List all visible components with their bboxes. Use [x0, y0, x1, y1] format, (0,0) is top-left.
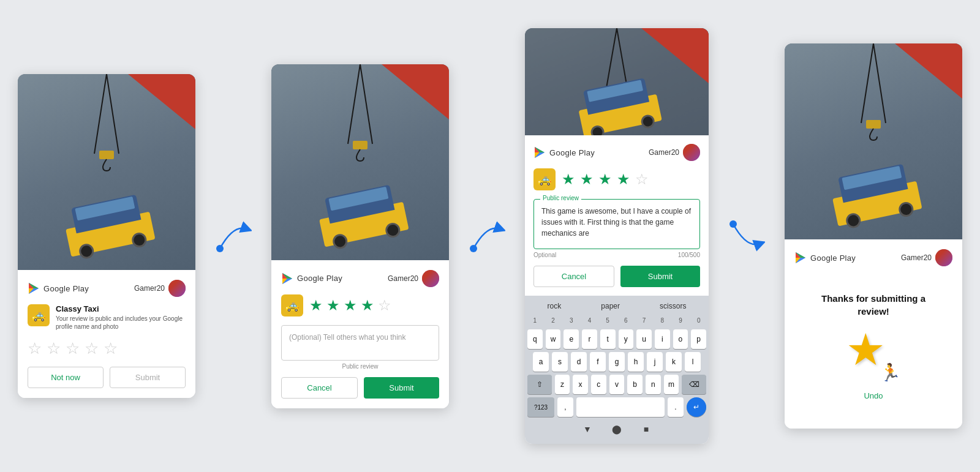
public-review-label-2: Public review — [281, 363, 439, 370]
star-1-2[interactable]: ☆ — [47, 339, 61, 358]
avatar-1 — [168, 280, 186, 297]
nav-home[interactable]: ⬤ — [605, 421, 629, 438]
crane-svg-2 — [330, 64, 391, 174]
num-7[interactable]: 7 — [636, 314, 652, 326]
review-hint-3: Optional 100/500 — [533, 252, 700, 258]
keyboard-nav-row: ▼ ⬤ ■ — [527, 421, 706, 438]
key-o[interactable]: o — [673, 329, 688, 349]
review-input-2[interactable]: (Optional) Tell others what you think — [281, 325, 439, 361]
key-e[interactable]: e — [564, 329, 579, 349]
key-j[interactable]: j — [647, 352, 663, 372]
key-m[interactable]: m — [664, 375, 679, 394]
suggestion-1[interactable]: rock — [548, 302, 562, 310]
suggestion-3[interactable]: scissors — [660, 302, 686, 310]
nav-back[interactable]: ▼ — [575, 421, 600, 438]
app-icon-2: 🚕 — [281, 294, 303, 317]
key-n[interactable]: n — [646, 375, 661, 394]
taxi-1 — [61, 191, 156, 257]
key-l[interactable]: l — [685, 352, 701, 372]
key-shift[interactable]: ⇧ — [527, 375, 552, 394]
review-text-3: This game is awesome, but I have a coupl… — [541, 206, 692, 242]
star-2-4[interactable]: ★ — [361, 297, 374, 314]
buttons-row-3: Cancel Submit — [533, 266, 700, 287]
num-9[interactable]: 9 — [673, 314, 688, 326]
stars-rating-3[interactable]: ★ ★ ★ ★ ☆ — [562, 171, 649, 188]
star-3-1[interactable]: ★ — [562, 171, 575, 188]
star-2-5[interactable]: ☆ — [378, 297, 391, 314]
star-2-2[interactable]: ★ — [326, 297, 340, 314]
gplay-icon-2 — [281, 272, 293, 285]
buttons-row-2: Cancel Submit — [281, 377, 439, 399]
undo-link[interactable]: Undo — [864, 391, 883, 400]
key-f[interactable]: f — [590, 352, 606, 372]
key-z[interactable]: z — [555, 375, 570, 394]
stars-row-1[interactable]: ☆ ☆ ☆ ☆ ☆ — [28, 339, 186, 358]
svg-line-10 — [360, 64, 372, 144]
key-space[interactable] — [576, 397, 665, 417]
suggestion-2[interactable]: paper — [601, 302, 620, 310]
key-enter[interactable]: ↵ — [687, 397, 706, 417]
num-0[interactable]: 0 — [691, 314, 706, 326]
key-x[interactable]: x — [573, 375, 588, 394]
num-6[interactable]: 6 — [619, 314, 634, 326]
star-1-3[interactable]: ☆ — [66, 339, 80, 358]
key-g[interactable]: g — [609, 352, 625, 372]
user-info-3: Gamer20 — [649, 144, 700, 161]
star-3-5[interactable]: ☆ — [635, 171, 649, 188]
runner-icon: 🏃 — [880, 362, 901, 383]
gplay-logo-3: Google Play — [533, 146, 595, 159]
cancel-button-3[interactable]: Cancel — [533, 266, 614, 287]
num-4[interactable]: 4 — [582, 314, 597, 326]
key-period[interactable]: . — [668, 397, 684, 417]
num-5[interactable]: 5 — [600, 314, 616, 326]
submit-button-2[interactable]: Submit — [364, 377, 439, 399]
arrow-svg-1 — [215, 212, 252, 261]
key-a[interactable]: a — [533, 352, 549, 372]
star-3-2[interactable]: ★ — [580, 171, 594, 188]
key-s[interactable]: s — [552, 352, 568, 372]
key-backspace[interactable]: ⌫ — [682, 375, 706, 394]
key-y[interactable]: y — [619, 329, 634, 349]
num-2[interactable]: 2 — [546, 314, 561, 326]
key-v[interactable]: v — [609, 375, 625, 394]
star-3-4[interactable]: ★ — [617, 171, 630, 188]
key-t[interactable]: t — [600, 329, 616, 349]
num-3[interactable]: 3 — [564, 314, 579, 326]
not-now-button[interactable]: Not now — [28, 367, 104, 388]
screen-3: Google Play Gamer20 🚕 ★ ★ ★ ★ ☆ — [525, 28, 709, 444]
key-r[interactable]: r — [582, 329, 597, 349]
key-comma[interactable]: , — [557, 397, 573, 417]
nav-recent[interactable]: ■ — [634, 421, 658, 438]
star-1-1[interactable]: ☆ — [28, 339, 42, 358]
num-8[interactable]: 8 — [655, 314, 670, 326]
star-2-1[interactable]: ★ — [309, 297, 323, 314]
key-p[interactable]: p — [691, 329, 706, 349]
gplay-logo-1: Google Play — [28, 282, 89, 294]
taxi-2 — [315, 181, 409, 247]
star-2-3[interactable]: ★ — [344, 297, 357, 314]
stars-rating-2[interactable]: ★ ★ ★ ★ ☆ — [309, 297, 391, 314]
review-input-3[interactable]: Public review This game is awesome, but … — [533, 199, 700, 249]
key-h[interactable]: h — [628, 352, 644, 372]
key-b[interactable]: b — [627, 375, 643, 394]
key-c[interactable]: c — [591, 375, 606, 394]
star-1-4[interactable]: ☆ — [85, 339, 99, 358]
user-info-2: Gamer20 — [388, 270, 439, 287]
key-d[interactable]: d — [571, 352, 587, 372]
num-1[interactable]: 1 — [527, 314, 543, 326]
game-header-4 — [785, 43, 962, 239]
key-q[interactable]: q — [527, 329, 543, 349]
star-1-5[interactable]: ☆ — [104, 339, 118, 358]
star-3-3[interactable]: ★ — [598, 171, 612, 188]
app-desc-1: Your review is public and includes your … — [56, 315, 186, 331]
key-i[interactable]: i — [655, 329, 670, 349]
thankyou-star: ★ 🏃 — [846, 328, 901, 383]
cancel-button-2[interactable]: Cancel — [281, 377, 358, 399]
svg-line-0 — [94, 74, 107, 154]
review-label-3: Public review — [540, 195, 581, 201]
key-u[interactable]: u — [636, 329, 652, 349]
submit-button-3[interactable]: Submit — [620, 266, 700, 287]
key-sym[interactable]: ?123 — [527, 397, 554, 417]
key-k[interactable]: k — [666, 352, 682, 372]
key-w[interactable]: w — [546, 329, 561, 349]
